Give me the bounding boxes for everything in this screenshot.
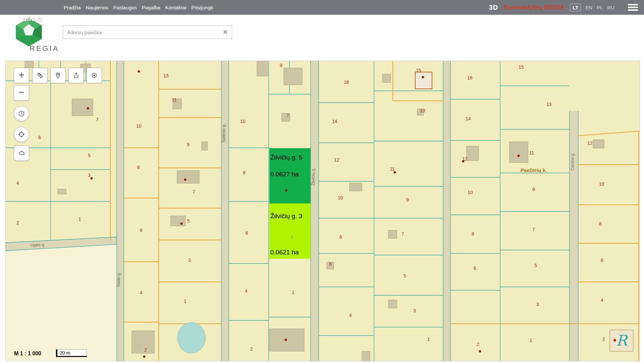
parcel-number: 5 [404, 273, 406, 279]
building-dot [422, 76, 424, 78]
highlight-parcel-number: 1 [291, 235, 293, 239]
language-lt[interactable]: LT [570, 4, 581, 11]
parcel-number: 6 [246, 230, 248, 236]
position-button[interactable] [14, 127, 29, 142]
regia-logo[interactable]: alio.lt REGIA [13, 17, 44, 48]
menu-icon[interactable] [628, 4, 638, 11]
building [388, 230, 397, 238]
parcel-number: 13 [163, 73, 169, 78]
ruler-icon [36, 72, 44, 79]
locate-button[interactable] [87, 68, 102, 83]
clear-search-icon[interactable]: ✕ [223, 28, 228, 36]
nav-naujienos[interactable]: Naujienos [86, 5, 108, 10]
parcel-number: 9 [406, 197, 409, 202]
parcel-number: 3 [188, 257, 191, 263]
parcel-number: 7 [193, 189, 195, 194]
parcel-number: 2 [602, 337, 605, 342]
language-switcher: LT EN PL RU [570, 4, 614, 11]
cadastral-map[interactable]: Žilvičių g. 50.0627 haŽilvičių g. 30.062… [6, 61, 640, 361]
brand-name: REGIA [30, 44, 59, 53]
parcel-number: 10 [240, 119, 246, 124]
highlight-area-label: 0.0621 ha [270, 249, 299, 256]
parcel-number: 8 [243, 170, 246, 175]
zoom-in-button[interactable]: + [14, 68, 29, 83]
building [467, 146, 479, 161]
parcel-number: 11 [390, 166, 395, 172]
parcel-number: 13 [546, 102, 552, 107]
export-button[interactable] [68, 68, 84, 83]
parcel-number: 4 [245, 288, 248, 294]
parcel-number: 11 [172, 97, 177, 103]
export-icon [72, 72, 80, 79]
parcel-number: 6 [140, 228, 143, 233]
minus-icon: − [19, 88, 24, 97]
parcel-number: 5 [187, 218, 190, 224]
parcel-number: 15 [519, 64, 524, 70]
road [221, 61, 229, 361]
building [177, 171, 199, 183]
measure-button[interactable] [32, 68, 48, 83]
marker-button[interactable] [50, 68, 66, 83]
top-bar-right: 3D Savivaldybių REGIA LT EN PL RU [489, 4, 638, 11]
parcel-number: 10 [338, 195, 343, 200]
building [415, 72, 432, 89]
plus-icon: + [19, 70, 24, 80]
building [58, 189, 66, 194]
place-label: Paežerių k. [521, 167, 547, 173]
address-search: ✕ [63, 25, 232, 39]
parcel-number: 13 [420, 108, 425, 113]
parcel-number: 4 [601, 297, 603, 303]
nav-kontaktai[interactable]: Kontaktai [165, 5, 186, 10]
building-dot [180, 223, 183, 225]
history-button[interactable] [14, 106, 29, 121]
zoom-out-button[interactable]: − [14, 85, 29, 101]
parcel-number: 7 [286, 113, 289, 118]
parcel-number: 10 [136, 123, 142, 129]
target-icon [91, 72, 98, 79]
language-pl[interactable]: PL [597, 5, 603, 10]
building [25, 61, 34, 68]
language-en[interactable]: EN [585, 5, 592, 10]
building [202, 142, 208, 150]
select-area-button[interactable] [14, 145, 29, 161]
nav-paslaugos[interactable]: Paslaugos [113, 5, 137, 10]
parcel-number: 7 [401, 231, 404, 237]
nav-pradzia[interactable]: Pradžia [64, 5, 81, 10]
parcel-number: 8 [472, 231, 474, 237]
crosshair-icon [18, 131, 25, 138]
street-label: Sodo g. [116, 272, 121, 287]
parcel-number: 6 [474, 265, 476, 271]
parcel-number: 3 [536, 302, 539, 307]
parcel-number: 12 [462, 156, 468, 162]
parcel-number: 2 [477, 342, 479, 347]
building [382, 74, 391, 82]
parcel-number: 4 [349, 313, 352, 318]
nav-prisijungti[interactable]: Prisijungti [191, 5, 213, 10]
parcel-number: 5 [88, 153, 91, 158]
view-3d-button[interactable]: 3D [489, 4, 498, 11]
parcel-number: 8 [339, 234, 342, 240]
search-input[interactable] [63, 26, 232, 39]
alio-logo-text: alio.lt [23, 15, 42, 23]
parcel-number: 4 [140, 290, 143, 295]
building [509, 142, 528, 163]
building-dot [285, 189, 287, 192]
regia-map-portal: Pradžia Naujienos Paslaugos Pagalba Kont… [0, 0, 644, 362]
language-ru[interactable]: RU [607, 5, 614, 10]
open-field [6, 237, 117, 361]
parcel-number: 11 [529, 150, 534, 156]
parcel-number: 2 [144, 347, 147, 353]
parcel-number: 1 [427, 337, 430, 342]
highlight-street-label: Žilvičių g. 5 [270, 154, 302, 161]
parcel-number: 6 [329, 261, 332, 267]
parcel-number: 2 [250, 346, 253, 352]
parcel-number: 1 [78, 217, 81, 222]
nav-pagalba[interactable]: Pagalba [142, 5, 160, 10]
road [311, 61, 319, 361]
pond [177, 322, 206, 353]
building [388, 300, 397, 308]
municipal-regia-link[interactable]: Savivaldybių REGIA [503, 4, 565, 11]
building [284, 68, 302, 85]
parcel-number: 15 [416, 68, 421, 73]
building-dot [479, 350, 481, 353]
